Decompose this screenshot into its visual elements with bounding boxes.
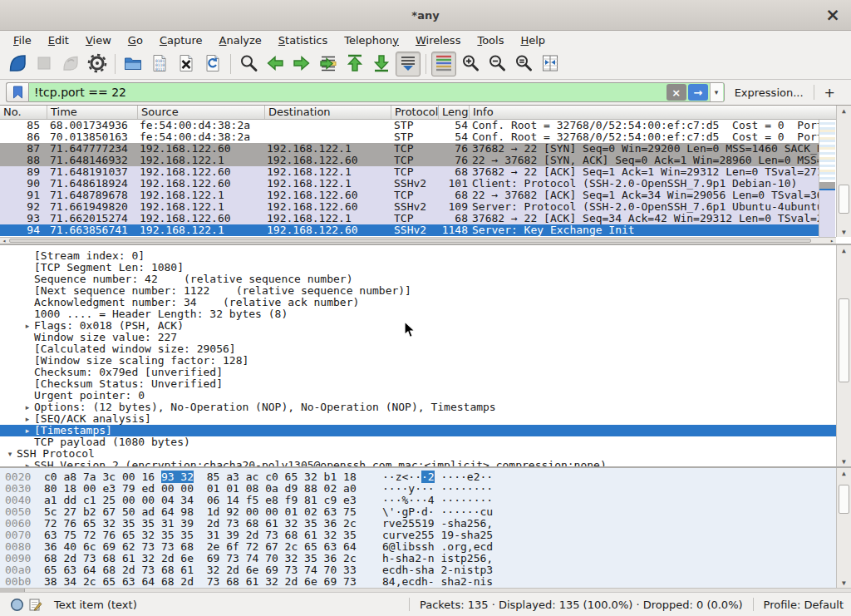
scroll-up-icon[interactable]: ▲ xyxy=(837,468,851,478)
packet-row-91[interactable]: 9171.648789678192.168.122.1192.168.122.6… xyxy=(0,190,819,201)
menu-telephony[interactable]: Telephony xyxy=(336,33,407,47)
expert-info-button[interactable] xyxy=(7,595,26,614)
filter-bookmark-button[interactable] xyxy=(6,82,28,102)
detail-line[interactable]: TCP payload (1080 bytes) xyxy=(0,436,851,448)
scroll-left-icon[interactable]: ◂ xyxy=(0,238,8,244)
profile-status[interactable]: Profile: Default xyxy=(757,599,844,611)
filter-dropdown-button[interactable]: ▾ xyxy=(710,83,723,101)
reload-file-button[interactable] xyxy=(200,52,225,76)
expander-right-icon[interactable]: ▸ xyxy=(21,460,34,466)
go-to-packet-button[interactable] xyxy=(316,52,341,76)
details-vscroll-thumb[interactable] xyxy=(839,298,849,382)
detail-line[interactable]: ▸Options: (12 bytes), No-Operation (NOP)… xyxy=(0,402,851,413)
packet-row-94[interactable]: 9471.663856741192.168.122.1192.168.122.6… xyxy=(0,224,819,236)
detail-line[interactable]: [Checksum Status: Unverified] xyxy=(0,378,851,390)
scroll-down-icon[interactable]: ▼ xyxy=(837,456,851,466)
detail-line[interactable]: Urgent pointer: 0 xyxy=(0,390,851,402)
packet-row-89[interactable]: 8971.648191037192.168.122.60192.168.122.… xyxy=(0,166,819,178)
column-header-source[interactable]: Source xyxy=(138,106,265,119)
detail-line[interactable]: ▸[Timestamps] xyxy=(0,425,851,436)
close-file-button[interactable] xyxy=(174,52,199,76)
details-vscrollbar[interactable]: ▲ ▼ xyxy=(836,245,851,466)
scroll-right-icon[interactable]: ▸ xyxy=(828,238,836,244)
expander-right-icon[interactable]: ▸ xyxy=(21,320,34,332)
packet-row-87[interactable]: 8771.647777234192.168.122.60192.168.122.… xyxy=(0,143,819,155)
zoom-reset-button[interactable] xyxy=(511,52,536,76)
filter-apply-button[interactable]: → xyxy=(688,84,708,101)
column-header-protocol[interactable]: Protocol xyxy=(391,106,439,119)
go-forward-button[interactable] xyxy=(289,52,314,76)
packet-list-vscrollbar[interactable]: ▲ ▼ xyxy=(836,106,851,237)
packet-list-hscrollbar[interactable]: ◂ ▸ xyxy=(0,237,836,244)
detail-line[interactable]: Acknowledgment number: 34 (relative ack … xyxy=(0,297,851,308)
menu-capture[interactable]: Capture xyxy=(151,33,211,47)
column-header-length[interactable]: Length xyxy=(439,106,470,119)
scroll-down-icon[interactable]: ▼ xyxy=(837,227,851,237)
titlebar[interactable]: *any × xyxy=(0,0,851,31)
packet-row-86[interactable]: 8670.013850163fe:54:00:d4:38:2aSTP54Conf… xyxy=(0,131,819,143)
expander-right-icon[interactable]: ▸ xyxy=(21,402,34,413)
detail-line[interactable]: [Stream index: 0] xyxy=(0,250,851,262)
menu-tools[interactable]: Tools xyxy=(469,33,512,47)
close-window-button[interactable]: × xyxy=(823,5,843,25)
hex-row-0030[interactable]: 0030 80 18 00 e3 79 ed 00 00 01 01 08 0a… xyxy=(5,483,851,495)
detail-line[interactable]: Checksum: 0x79ed [unverified] xyxy=(0,367,851,378)
packet-list-minimap[interactable] xyxy=(819,120,835,237)
column-header-no[interactable]: No. xyxy=(0,106,47,119)
detail-line[interactable]: [Next sequence number: 1122 (relative se… xyxy=(0,285,851,297)
scroll-up-icon[interactable]: ▲ xyxy=(837,245,851,255)
hex-row-0090[interactable]: 0090 68 2d 73 68 61 32 2d 6e 69 73 74 70… xyxy=(5,553,851,564)
zoom-out-button[interactable] xyxy=(485,52,509,76)
detail-line[interactable]: [TCP Segment Len: 1080] xyxy=(0,262,851,274)
save-file-button[interactable]: 010101100111 xyxy=(147,52,172,76)
menu-wireless[interactable]: Wireless xyxy=(407,33,469,47)
detail-line[interactable]: Sequence number: 42 (relative sequence n… xyxy=(0,274,851,285)
packet-list-vscroll-thumb[interactable] xyxy=(839,185,849,214)
bytes-hscroll-thumb[interactable] xyxy=(0,589,25,592)
go-back-button[interactable] xyxy=(263,52,288,76)
packet-row-90[interactable]: 9071.648618924192.168.122.60192.168.122.… xyxy=(0,178,819,190)
detail-line[interactable]: ▸[SEQ/ACK analysis] xyxy=(0,413,851,425)
expander-down-icon[interactable]: ▾ xyxy=(3,448,17,460)
capture-options-button[interactable] xyxy=(85,52,110,76)
column-header-destination[interactable]: Destination xyxy=(265,106,391,119)
hex-row-0020[interactable]: 0020 c0 a8 7a 3c 00 16 93 32 85 a3 ac c0… xyxy=(5,471,851,483)
stop-capture-button[interactable] xyxy=(32,52,57,76)
detail-line[interactable]: [Calculated window size: 29056] xyxy=(0,343,851,355)
column-header-info[interactable]: Info xyxy=(470,106,836,119)
packet-row-93[interactable]: 9371.662015274192.168.122.60192.168.122.… xyxy=(0,213,819,224)
detail-line[interactable]: ▾SSH Protocol xyxy=(0,448,851,460)
auto-scroll-toggle[interactable] xyxy=(396,52,421,76)
expander-right-icon[interactable]: ▸ xyxy=(21,413,34,425)
hex-row-0080[interactable]: 0080 36 40 6c 69 62 73 73 68 2e 6f 72 67… xyxy=(5,541,851,553)
go-first-packet-button[interactable] xyxy=(342,52,367,76)
display-filter-input[interactable]: !tcp.port == 22 × → ▾ xyxy=(28,82,725,102)
filter-add-button[interactable]: + xyxy=(814,85,845,101)
menu-edit[interactable]: Edit xyxy=(40,33,77,47)
menu-go[interactable]: Go xyxy=(120,33,151,47)
zoom-in-button[interactable] xyxy=(458,52,483,76)
bytes-vscroll-thumb[interactable] xyxy=(839,485,849,514)
open-file-button[interactable] xyxy=(121,52,145,76)
scroll-up-icon[interactable]: ▲ xyxy=(837,106,851,116)
colorize-toggle[interactable] xyxy=(431,52,456,76)
packet-row-85[interactable]: 8568.001734936fe:54:00:d4:38:2aSTP54Conf… xyxy=(0,120,819,131)
menu-statistics[interactable]: Statistics xyxy=(270,33,336,47)
hex-row-00a0[interactable]: 00a0 65 63 64 68 2d 73 68 61 32 2d 6e 69… xyxy=(5,564,851,576)
menu-analyze[interactable]: Analyze xyxy=(211,33,270,47)
expander-right-icon[interactable]: ▸ xyxy=(21,425,34,436)
find-packet-button[interactable] xyxy=(236,52,261,76)
hex-row-0070[interactable]: 0070 63 75 72 76 65 32 35 35 31 39 2d 73… xyxy=(5,530,851,541)
bytes-vscrollbar[interactable]: ▲ ▼ xyxy=(836,468,851,588)
packet-row-88[interactable]: 8871.648146932192.168.122.1192.168.122.6… xyxy=(0,155,819,166)
capture-comment-button[interactable] xyxy=(26,595,44,614)
detail-line[interactable]: ▸SSH Version 2 (encryption:chacha20-poly… xyxy=(0,460,851,466)
detail-line[interactable]: 1000 .... = Header Length: 32 bytes (8) xyxy=(0,308,851,320)
filter-clear-button[interactable]: × xyxy=(667,84,686,101)
resize-columns-button[interactable] xyxy=(538,52,563,76)
hex-row-00b0[interactable]: 00b0 38 34 2c 65 63 64 68 2d 73 68 61 32… xyxy=(5,576,851,588)
hex-row-0040[interactable]: 0040 a1 dd c1 25 00 00 04 34 06 14 f5 e8… xyxy=(5,495,851,506)
bytes-hscrollbar[interactable] xyxy=(0,588,851,592)
detail-line[interactable]: Window size value: 227 xyxy=(0,332,851,343)
packet-row-92[interactable]: 9271.661949820192.168.122.1192.168.122.6… xyxy=(0,201,819,213)
